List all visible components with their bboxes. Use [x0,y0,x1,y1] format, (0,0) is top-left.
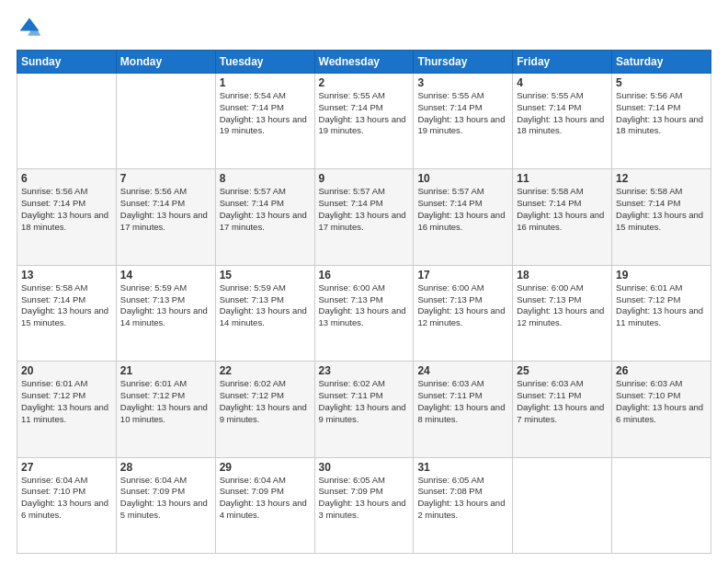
day-info: Sunrise: 5:56 AM Sunset: 7:14 PM Dayligh… [120,186,211,233]
day-number: 9 [319,172,410,185]
calendar-week-2: 6Sunrise: 5:56 AM Sunset: 7:14 PM Daylig… [17,169,711,265]
calendar-table: SundayMondayTuesdayWednesdayThursdayFrid… [17,50,711,554]
day-info: Sunrise: 6:03 AM Sunset: 7:11 PM Dayligh… [517,378,608,425]
calendar-cell: 16Sunrise: 6:00 AM Sunset: 7:13 PM Dayli… [314,265,414,361]
calendar-cell: 15Sunrise: 5:59 AM Sunset: 7:13 PM Dayli… [215,265,314,361]
day-number: 15 [220,269,311,282]
day-number: 10 [417,172,508,185]
day-info: Sunrise: 5:54 AM Sunset: 7:14 PM Dayligh… [220,90,311,137]
calendar-cell: 18Sunrise: 6:00 AM Sunset: 7:13 PM Dayli… [513,265,612,361]
header [17,15,711,40]
day-number: 29 [220,461,311,474]
day-number: 31 [417,461,508,474]
calendar-cell: 22Sunrise: 6:02 AM Sunset: 7:12 PM Dayli… [215,362,314,457]
day-number: 23 [319,364,410,377]
day-info: Sunrise: 5:58 AM Sunset: 7:14 PM Dayligh… [21,282,112,329]
day-header-wednesday: Wednesday [314,51,414,74]
day-info: Sunrise: 5:55 AM Sunset: 7:14 PM Dayligh… [417,90,508,137]
calendar-week-1: 1Sunrise: 5:54 AM Sunset: 7:14 PM Daylig… [17,74,711,169]
day-header-tuesday: Tuesday [215,51,314,74]
day-number: 14 [120,269,211,282]
logo [17,15,46,40]
calendar-cell: 14Sunrise: 5:59 AM Sunset: 7:13 PM Dayli… [116,265,215,361]
day-number: 22 [220,364,311,377]
day-info: Sunrise: 6:03 AM Sunset: 7:10 PM Dayligh… [616,378,707,425]
day-info: Sunrise: 6:00 AM Sunset: 7:13 PM Dayligh… [319,282,410,329]
calendar-cell [612,457,711,553]
calendar-cell: 3Sunrise: 5:55 AM Sunset: 7:14 PM Daylig… [414,74,513,169]
day-info: Sunrise: 5:55 AM Sunset: 7:14 PM Dayligh… [319,90,410,137]
page: SundayMondayTuesdayWednesdayThursdayFrid… [0,0,728,563]
logo-icon [17,15,42,40]
day-info: Sunrise: 6:00 AM Sunset: 7:13 PM Dayligh… [417,282,508,329]
day-number: 1 [220,76,311,89]
day-info: Sunrise: 6:04 AM Sunset: 7:09 PM Dayligh… [220,475,311,522]
day-info: Sunrise: 5:57 AM Sunset: 7:14 PM Dayligh… [319,186,410,233]
calendar-cell: 20Sunrise: 6:01 AM Sunset: 7:12 PM Dayli… [17,362,117,457]
calendar-cell: 28Sunrise: 6:04 AM Sunset: 7:09 PM Dayli… [116,457,215,553]
day-info: Sunrise: 6:04 AM Sunset: 7:10 PM Dayligh… [21,475,112,522]
calendar-cell: 1Sunrise: 5:54 AM Sunset: 7:14 PM Daylig… [215,74,314,169]
day-number: 6 [21,172,112,185]
calendar-cell: 25Sunrise: 6:03 AM Sunset: 7:11 PM Dayli… [513,362,612,457]
calendar-week-3: 13Sunrise: 5:58 AM Sunset: 7:14 PM Dayli… [17,265,711,361]
day-info: Sunrise: 6:02 AM Sunset: 7:11 PM Dayligh… [319,378,410,425]
day-number: 21 [120,364,211,377]
calendar-cell: 7Sunrise: 5:56 AM Sunset: 7:14 PM Daylig… [116,169,215,265]
day-info: Sunrise: 5:59 AM Sunset: 7:13 PM Dayligh… [220,282,311,329]
calendar-cell: 8Sunrise: 5:57 AM Sunset: 7:14 PM Daylig… [215,169,314,265]
day-number: 26 [616,364,707,377]
day-number: 4 [517,76,608,89]
calendar-cell [17,74,117,169]
day-number: 5 [616,76,707,89]
day-info: Sunrise: 6:01 AM Sunset: 7:12 PM Dayligh… [120,378,211,425]
day-info: Sunrise: 5:55 AM Sunset: 7:14 PM Dayligh… [517,90,608,137]
day-info: Sunrise: 6:01 AM Sunset: 7:12 PM Dayligh… [21,378,112,425]
calendar-cell: 31Sunrise: 6:05 AM Sunset: 7:08 PM Dayli… [414,457,513,553]
calendar-cell: 4Sunrise: 5:55 AM Sunset: 7:14 PM Daylig… [513,74,612,169]
calendar-cell [116,74,215,169]
day-info: Sunrise: 5:57 AM Sunset: 7:14 PM Dayligh… [417,186,508,233]
calendar-cell: 24Sunrise: 6:03 AM Sunset: 7:11 PM Dayli… [414,362,513,457]
day-info: Sunrise: 5:58 AM Sunset: 7:14 PM Dayligh… [517,186,608,233]
day-header-saturday: Saturday [612,51,711,74]
day-info: Sunrise: 5:57 AM Sunset: 7:14 PM Dayligh… [220,186,311,233]
calendar-cell: 27Sunrise: 6:04 AM Sunset: 7:10 PM Dayli… [17,457,117,553]
day-header-thursday: Thursday [414,51,513,74]
calendar-cell: 21Sunrise: 6:01 AM Sunset: 7:12 PM Dayli… [116,362,215,457]
day-info: Sunrise: 5:59 AM Sunset: 7:13 PM Dayligh… [120,282,211,329]
day-info: Sunrise: 6:05 AM Sunset: 7:09 PM Dayligh… [319,475,410,522]
day-number: 13 [21,269,112,282]
day-info: Sunrise: 5:56 AM Sunset: 7:14 PM Dayligh… [616,90,707,137]
day-header-friday: Friday [513,51,612,74]
day-number: 18 [517,269,608,282]
day-number: 11 [517,172,608,185]
calendar-cell: 6Sunrise: 5:56 AM Sunset: 7:14 PM Daylig… [17,169,117,265]
day-info: Sunrise: 5:56 AM Sunset: 7:14 PM Dayligh… [21,186,112,233]
day-number: 16 [319,269,410,282]
day-number: 12 [616,172,707,185]
day-info: Sunrise: 6:05 AM Sunset: 7:08 PM Dayligh… [417,475,508,522]
day-number: 27 [21,461,112,474]
day-number: 17 [417,269,508,282]
calendar-cell: 26Sunrise: 6:03 AM Sunset: 7:10 PM Dayli… [612,362,711,457]
day-info: Sunrise: 6:00 AM Sunset: 7:13 PM Dayligh… [517,282,608,329]
calendar-cell: 17Sunrise: 6:00 AM Sunset: 7:13 PM Dayli… [414,265,513,361]
calendar-cell: 30Sunrise: 6:05 AM Sunset: 7:09 PM Dayli… [314,457,414,553]
day-info: Sunrise: 6:04 AM Sunset: 7:09 PM Dayligh… [120,475,211,522]
calendar-cell: 2Sunrise: 5:55 AM Sunset: 7:14 PM Daylig… [314,74,414,169]
day-header-monday: Monday [116,51,215,74]
calendar-week-5: 27Sunrise: 6:04 AM Sunset: 7:10 PM Dayli… [17,457,711,553]
day-number: 20 [21,364,112,377]
day-number: 2 [319,76,410,89]
day-number: 25 [517,364,608,377]
day-number: 24 [417,364,508,377]
calendar-cell [513,457,612,553]
calendar-cell: 5Sunrise: 5:56 AM Sunset: 7:14 PM Daylig… [612,74,711,169]
day-info: Sunrise: 6:02 AM Sunset: 7:12 PM Dayligh… [220,378,311,425]
day-number: 3 [417,76,508,89]
calendar-cell: 13Sunrise: 5:58 AM Sunset: 7:14 PM Dayli… [17,265,117,361]
calendar-cell: 12Sunrise: 5:58 AM Sunset: 7:14 PM Dayli… [612,169,711,265]
calendar-header-row: SundayMondayTuesdayWednesdayThursdayFrid… [17,51,711,74]
day-number: 8 [220,172,311,185]
